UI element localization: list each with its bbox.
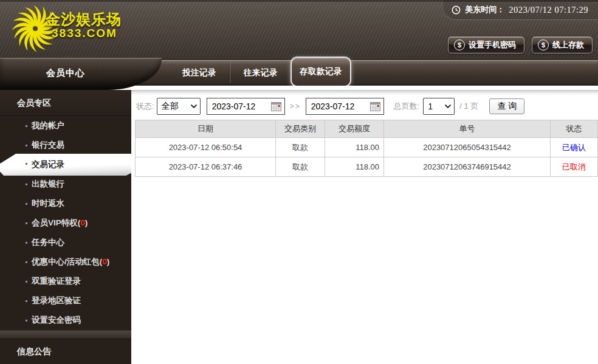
bullet-dot-icon (26, 222, 27, 224)
sidebar-item-label: 时时返水 (32, 199, 64, 208)
sidebar-item-two-factor-login[interactable]: 双重验证登录 (0, 272, 131, 291)
record-tabs: 投注记录 往来记录 存取款记录 (129, 60, 598, 85)
cell-status: 已确认 (551, 138, 598, 157)
sidebar-item-task-center[interactable]: 任务中心 (0, 233, 131, 252)
table-header-row: 日期 交易类别 交易额度 单号 状态 (136, 120, 598, 138)
calendar-icon[interactable] (271, 102, 281, 111)
sidebar-item-label: 登录地区验证 (32, 296, 81, 305)
header-order-no: 单号 (384, 120, 551, 138)
sidebar-item-label: 我的帐户 (32, 121, 64, 130)
sidebar-item-vip-privileges[interactable]: 会员VIP特权(0) (0, 213, 131, 233)
status-select[interactable]: 全部 (157, 98, 201, 115)
bullet-dot-icon (26, 145, 27, 146)
sidebar-section-announcements[interactable]: 信息公告 (0, 339, 131, 363)
bullet-dot-icon (26, 242, 27, 244)
chevron-down-icon (191, 105, 197, 108)
top-action-buttons: $ 设置手机密码 $ 线上存款 (448, 36, 593, 53)
sidebar-item-label: 出款银行 (32, 179, 64, 188)
date-from-value: 2023-07-12 (212, 101, 256, 111)
status-text: 已取消 (562, 162, 586, 171)
sidebar-menu: 我的帐户 银行交易 交易记录 出款银行 时时返水 会员VIP特权(0) (0, 116, 131, 330)
logo-domain: 3833.COM (52, 27, 117, 40)
filter-row: 状态: 全部 2023-07-12 >> 2023-07-12 (136, 98, 524, 115)
badge-paren: ) (85, 218, 88, 227)
sidebar-item-label: 会员VIP特权 (32, 218, 78, 227)
sidebar-item-label: 任务中心 (32, 238, 64, 247)
time-zone-label: 美东时间： (465, 4, 504, 15)
bullet-dot-icon (26, 281, 27, 283)
dollar-circle-icon: $ (538, 39, 549, 50)
bullet-dot-icon (26, 300, 27, 302)
server-time-panel: 美东时间： 2023/07/12 07:17:29 (442, 0, 598, 20)
online-deposit-label: 线上存款 (552, 39, 584, 50)
status-filter-label: 状态: (136, 101, 154, 112)
sidebar-item-label: 优惠中心/活动红包 (32, 257, 100, 266)
tab-label: 往来记录 (244, 67, 278, 78)
records-table: 日期 交易类别 交易额度 单号 状态 2023-07-12 06:50:54 取… (135, 120, 598, 177)
sidebar-item-rebate[interactable]: 时时返水 (0, 194, 131, 213)
sidebar-section-member-zone[interactable]: 会员专区 (0, 90, 131, 116)
sidebar-divider (0, 331, 131, 339)
cell-type: 取款 (276, 157, 325, 177)
page-select-value: 1 (428, 101, 433, 111)
page-select[interactable]: 1 (423, 98, 455, 115)
online-deposit-button[interactable]: $ 线上存款 (532, 36, 593, 53)
header-status: 状态 (551, 120, 598, 138)
badge-count: 0 (102, 257, 107, 266)
date-to-value: 2023-07-12 (311, 101, 355, 111)
sidebar-item-promotions-red-packets[interactable]: 优惠中心/活动红包(0) (0, 252, 131, 272)
nav-bottom-strip (120, 86, 598, 90)
chevron-down-icon (445, 105, 451, 108)
bullet-dot-icon (26, 184, 27, 185)
badge-count: 0 (80, 218, 85, 227)
sidebar-item-label: 设置安全密码 (32, 315, 81, 325)
record-tabs-bar: 投注记录 往来记录 存取款记录 (129, 60, 598, 85)
cell-date: 2023-07-12 06:37:46 (136, 157, 276, 177)
table-row: 2023-07-12 06:37:46 取款 118.00 2023071206… (136, 157, 598, 177)
sidebar-item-security-password[interactable]: 设置安全密码 (0, 311, 131, 330)
sidebar-item-label: 双重验证登录 (32, 276, 81, 286)
badge-paren: ) (107, 257, 110, 266)
status-text: 已确认 (562, 143, 586, 152)
bullet-dot-icon (26, 125, 27, 127)
member-center-title: 会员中心 (0, 58, 131, 88)
bullet-dot-icon (26, 163, 27, 165)
dollar-circle-icon: $ (454, 39, 465, 50)
tab-label: 存取款记录 (300, 66, 342, 77)
search-button[interactable]: 查 询 (489, 98, 524, 114)
clock-icon (452, 5, 461, 15)
tab-deposit-withdrawal-records[interactable]: 存取款记录 (292, 58, 350, 86)
header-type: 交易类别 (276, 120, 325, 138)
set-phone-password-button[interactable]: $ 设置手机密码 (448, 36, 524, 53)
sidebar-item-login-region-verification[interactable]: 登录地区验证 (0, 291, 131, 311)
header-date: 日期 (136, 120, 276, 138)
sidebar-item-my-account[interactable]: 我的帐户 (0, 116, 131, 136)
total-pages-suffix: / 1 页 (459, 101, 478, 112)
main-content: 状态: 全部 2023-07-12 >> 2023-07-12 (131, 90, 598, 364)
sidebar-item-transaction-records[interactable]: 交易记录 (0, 154, 131, 176)
date-to-input[interactable]: 2023-07-12 (306, 98, 384, 115)
cell-order-no: 20230712065054315442 (384, 138, 551, 157)
tab-label: 投注记录 (182, 67, 216, 78)
header-amount: 交易额度 (325, 120, 384, 138)
cell-type: 取款 (276, 138, 325, 157)
cell-order-no: 20230712063746915442 (384, 157, 551, 177)
nav-row: 投注记录 往来记录 存取款记录 会员中心 (0, 58, 598, 90)
sidebar-item-label: 交易记录 (32, 160, 64, 169)
sidebar-item-bank-transactions[interactable]: 银行交易 (0, 136, 131, 155)
tab-betting-records[interactable]: 投注记录 (169, 60, 230, 85)
bullet-dot-icon (26, 203, 27, 205)
cell-amount: 118.00 (325, 157, 384, 177)
date-from-input[interactable]: 2023-07-12 (207, 98, 285, 115)
calendar-icon[interactable] (370, 102, 380, 111)
tab-transfer-records[interactable]: 往来记录 (230, 60, 291, 85)
page: 金沙娱乐场 3833.COM 美东时间： 2023/07/12 07:17:29… (0, 0, 598, 364)
site-logo[interactable]: 金沙娱乐场 3833.COM (9, 2, 139, 55)
content-top-shadow (131, 90, 598, 95)
date-range-separator: >> (290, 102, 301, 111)
total-pages-label: 总页数: (394, 101, 420, 112)
cell-date: 2023-07-12 06:50:54 (136, 138, 276, 157)
status-select-value: 全部 (162, 101, 179, 112)
sidebar-item-withdrawal-bank[interactable]: 出款银行 (0, 174, 131, 194)
bullet-dot-icon (26, 261, 27, 263)
